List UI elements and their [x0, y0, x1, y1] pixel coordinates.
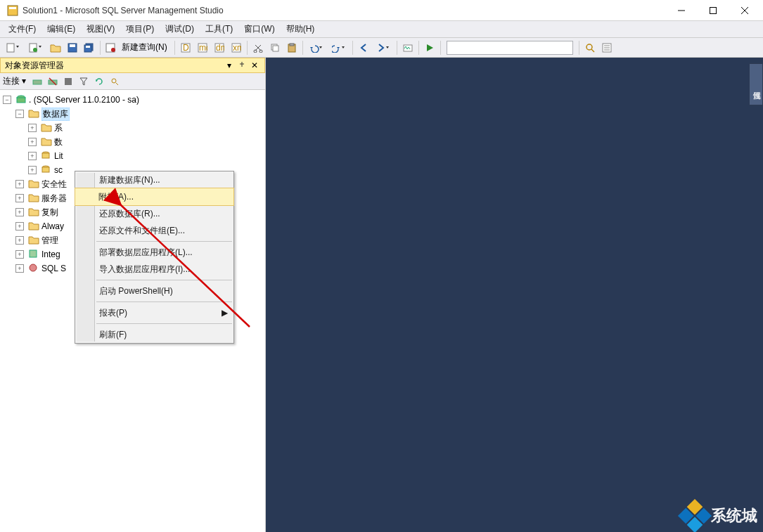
document-area: 属性 系统城 — [266, 58, 763, 532]
new-query-label[interactable]: 新建查询(N) — [120, 41, 172, 53]
database-combo[interactable] — [447, 41, 573, 55]
start-debug-button[interactable] — [422, 40, 437, 56]
save-button[interactable] — [65, 40, 80, 56]
context-menu-item-label: 还原文件和文件组(E)... — [99, 225, 185, 237]
menu-tools[interactable]: 工具(T) — [200, 22, 238, 37]
folder-icon — [28, 193, 39, 204]
expand-icon[interactable]: + — [15, 222, 24, 231]
mdx-query-button[interactable]: md — [195, 40, 210, 56]
expand-icon[interactable]: + — [15, 250, 24, 259]
expand-icon[interactable]: + — [28, 152, 37, 160]
filter-icon[interactable] — [77, 74, 91, 89]
menu-window[interactable]: 窗口(W) — [238, 22, 280, 37]
context-menu-item[interactable]: 新建数据库(N)... — [75, 171, 233, 188]
collapse-icon[interactable]: − — [15, 110, 24, 118]
panel-pin-icon[interactable] — [236, 60, 248, 71]
tree-node[interactable]: +数 — [0, 135, 265, 149]
context-menu-item[interactable]: 报表(P)▶ — [75, 304, 233, 321]
save-all-button[interactable] — [82, 40, 97, 56]
svg-text:D: D — [183, 43, 189, 53]
nav-back-button[interactable] — [356, 40, 371, 56]
panel-dropdown-icon[interactable]: ▾ — [224, 60, 235, 71]
close-button[interactable] — [729, 0, 760, 20]
databases-label: 数据库 — [41, 108, 70, 121]
xmla-query-button[interactable]: xm — [229, 40, 244, 56]
menu-help[interactable]: 帮助(H) — [281, 22, 321, 37]
svg-rect-27 — [273, 46, 278, 51]
context-menu-item[interactable]: 刷新(F) — [75, 326, 233, 343]
submenu-arrow-icon: ▶ — [222, 308, 228, 318]
expand-icon[interactable]: + — [28, 138, 37, 146]
menu-file[interactable]: 文件(F) — [3, 22, 41, 37]
folder-icon — [28, 207, 39, 218]
nav-fwd-button[interactable] — [373, 40, 394, 56]
db-engine-query-button[interactable]: D — [178, 40, 193, 56]
menu-project[interactable]: 项目(P) — [120, 22, 160, 37]
maximize-button[interactable] — [697, 0, 729, 20]
server-label: . (SQL Server 11.0.2100 - sa) — [29, 95, 139, 105]
expand-icon[interactable]: + — [15, 194, 24, 202]
expand-icon[interactable]: + — [15, 264, 24, 273]
copy-button[interactable] — [267, 40, 283, 56]
undo-button[interactable] — [306, 40, 327, 56]
paste-button[interactable] — [284, 40, 300, 56]
expand-icon[interactable]: + — [28, 124, 37, 132]
activity-monitor-button[interactable] — [400, 40, 416, 56]
menu-edit[interactable]: 编辑(E) — [41, 22, 81, 37]
folder-icon — [41, 136, 52, 148]
svg-line-32 — [591, 49, 594, 52]
new-query-icon[interactable] — [103, 40, 119, 56]
add-item-button[interactable] — [25, 40, 46, 56]
svg-rect-1 — [9, 7, 16, 9]
database-icon — [41, 150, 52, 162]
context-menu-item[interactable]: 启动 PowerShell(H) — [75, 283, 233, 299]
options-button[interactable] — [599, 40, 615, 56]
catalog-icon — [28, 249, 39, 260]
context-menu-item[interactable]: 导入数据层应用程序(I)... — [75, 261, 233, 278]
minimize-button[interactable] — [665, 0, 697, 20]
expand-icon[interactable]: + — [15, 208, 24, 216]
svg-line-42 — [116, 83, 118, 85]
collapse-icon[interactable]: − — [3, 96, 11, 104]
object-explorer-title-bar[interactable]: 对象资源管理器 ▾ ✕ — [0, 58, 265, 73]
title-bar: Solution1 - Microsoft SQL Server Managem… — [0, 0, 763, 21]
new-project-button[interactable] — [3, 40, 24, 56]
properties-dock-tab[interactable]: 属性 — [749, 63, 763, 105]
connect-dropdown[interactable]: 连接 ▾ — [3, 75, 26, 87]
redo-button[interactable] — [328, 40, 350, 56]
folder-icon — [28, 108, 39, 119]
open-button[interactable] — [48, 40, 63, 56]
context-menu-item[interactable]: 附加(A)... — [75, 188, 234, 206]
disconnect-icon[interactable] — [46, 74, 60, 89]
panel-close-icon[interactable]: ✕ — [249, 60, 260, 71]
context-menu-item[interactable]: 部署数据层应用程序(L)... — [75, 244, 233, 261]
context-menu-item-label: 还原数据库(R)... — [99, 208, 160, 220]
watermark: 系统城 — [683, 504, 757, 528]
context-menu-item-label: 报表(P) — [99, 307, 127, 319]
expand-icon[interactable]: + — [15, 236, 24, 245]
server-icon — [15, 94, 27, 105]
context-menu-item-label: 部署数据层应用程序(L)... — [99, 247, 193, 259]
context-menu-separator — [96, 323, 232, 324]
find-button[interactable] — [582, 40, 598, 56]
stop-icon[interactable] — [61, 74, 75, 89]
expand-icon[interactable]: + — [28, 166, 37, 174]
tree-node[interactable]: +Lit — [0, 149, 265, 163]
refresh-icon[interactable] — [92, 74, 106, 89]
expand-icon[interactable]: + — [15, 180, 24, 188]
dmx-query-button[interactable]: dm — [212, 40, 227, 56]
context-menu-item-label: 导入数据层应用程序(I)... — [99, 264, 190, 275]
context-menu-item[interactable]: 还原数据库(R)... — [75, 205, 233, 222]
connect-icon[interactable] — [30, 74, 44, 89]
tree-node[interactable]: +系 — [0, 121, 265, 135]
context-menu-item[interactable]: 还原文件和文件组(E)... — [75, 222, 233, 239]
cut-button[interactable] — [250, 40, 266, 56]
svg-rect-44 — [17, 98, 25, 103]
menu-debug[interactable]: 调试(D) — [160, 22, 200, 37]
menu-view[interactable]: 视图(V) — [81, 22, 120, 37]
tree-databases-node[interactable]: − 数据库 — [0, 107, 265, 121]
svg-rect-3 — [710, 7, 716, 13]
search-icon[interactable] — [108, 74, 122, 89]
app-icon — [7, 5, 18, 16]
tree-server-node[interactable]: − . (SQL Server 11.0.2100 - sa) — [0, 93, 265, 107]
